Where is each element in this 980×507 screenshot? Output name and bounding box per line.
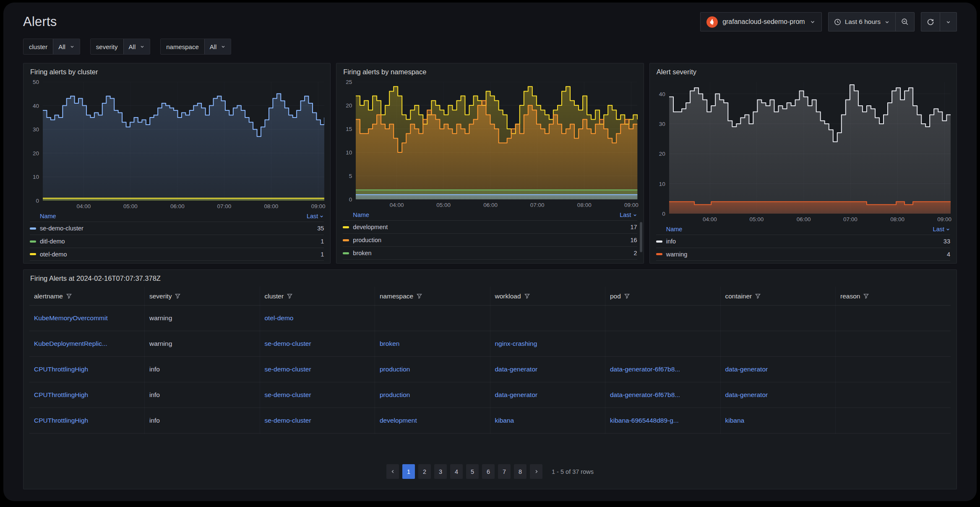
severity-cell: warning xyxy=(145,306,260,331)
panel-title[interactable]: Firing alerts by cluster xyxy=(23,63,330,76)
page-button-4[interactable]: 4 xyxy=(450,464,463,479)
filter-cluster-select[interactable]: All xyxy=(53,39,80,54)
namespace-link[interactable]: development xyxy=(380,417,417,424)
alertname-link[interactable]: CPUThrottlingHigh xyxy=(34,366,88,373)
refresh-button[interactable] xyxy=(921,13,940,31)
legend-last-sort[interactable]: Last xyxy=(933,226,950,233)
filter-icon[interactable] xyxy=(175,293,181,299)
refresh-icon xyxy=(927,18,934,26)
legend-item[interactable]: se-demo-cluster 35 xyxy=(30,222,324,235)
legend-item[interactable]: ditl-demo 1 xyxy=(30,235,324,248)
alertname-link[interactable]: CPUThrottlingHigh xyxy=(34,417,88,424)
pagination-summary: 1 - 5 of 37 rows xyxy=(552,468,594,475)
namespace-link[interactable]: broken xyxy=(380,340,399,347)
column-header-workload[interactable]: workload xyxy=(490,287,605,306)
filter-icon[interactable] xyxy=(755,293,761,299)
container-link[interactable]: data-generator xyxy=(725,391,768,398)
chart-plot-area[interactable] xyxy=(43,82,324,201)
alertname-link[interactable]: CPUThrottlingHigh xyxy=(34,391,88,398)
time-controls-group: Last 6 hours xyxy=(828,12,915,31)
previous-page-button[interactable] xyxy=(386,464,399,479)
time-range-picker[interactable]: Last 6 hours xyxy=(829,13,895,31)
pod-link[interactable]: kibana-6965448d89-g... xyxy=(610,417,679,424)
legend-name-header[interactable]: Name xyxy=(666,226,683,233)
column-header-reason[interactable]: reason xyxy=(836,287,951,306)
series-label: ditl-demo xyxy=(40,238,65,245)
legend-last-sort[interactable]: Last xyxy=(620,212,637,218)
page-button-3[interactable]: 3 xyxy=(434,464,447,479)
cluster-link[interactable]: se-demo-cluster xyxy=(265,417,311,424)
filter-namespace-select[interactable]: All xyxy=(204,39,231,54)
legend-item[interactable]: development 17 xyxy=(343,220,637,233)
table-row: CPUThrottlingHigh info se-demo-cluster p… xyxy=(29,357,951,382)
container-link[interactable]: kibana xyxy=(725,417,745,424)
alerts-table: alertname severity cluster namespace wor… xyxy=(29,287,951,434)
page-button-8[interactable]: 8 xyxy=(514,464,526,479)
workload-link[interactable]: nginx-crashing xyxy=(495,340,537,347)
legend-name-header[interactable]: Name xyxy=(40,213,56,220)
legend-scrollbar[interactable] xyxy=(640,222,642,252)
filter-icon[interactable] xyxy=(524,293,530,299)
datasource-picker[interactable]: grafanacloud-sedemo-prom xyxy=(700,12,822,31)
cluster-link[interactable]: otel-demo xyxy=(265,314,294,321)
filter-icon[interactable] xyxy=(863,293,869,299)
legend-item[interactable]: warning 4 xyxy=(656,248,950,261)
column-header-cluster[interactable]: cluster xyxy=(260,287,375,306)
pod-link[interactable]: data-generator-6f67b8... xyxy=(610,366,680,373)
column-header-container[interactable]: container xyxy=(720,287,836,306)
legend-last-sort[interactable]: Last xyxy=(307,213,324,220)
legend-item[interactable]: otel-demo 1 xyxy=(30,248,324,261)
toolbar: grafanacloud-sedemo-prom Last 6 hours xyxy=(700,12,957,31)
page-button-5[interactable]: 5 xyxy=(466,464,479,479)
filter-severity: severity All xyxy=(90,39,150,55)
panel-title[interactable]: Firing alerts by namespace xyxy=(336,63,643,76)
alertname-link[interactable]: KubeMemoryOvercommit xyxy=(34,314,108,321)
column-header-severity[interactable]: severity xyxy=(145,287,260,306)
container-link[interactable]: data-generator xyxy=(725,366,768,373)
chart-plot-area[interactable] xyxy=(356,82,637,199)
panel-title[interactable]: Alert severity xyxy=(650,63,957,76)
page-button-1[interactable]: 1 xyxy=(402,464,415,479)
column-header-alertname[interactable]: alertname xyxy=(29,287,145,306)
cluster-link[interactable]: se-demo-cluster xyxy=(265,366,311,373)
cluster-link[interactable]: se-demo-cluster xyxy=(265,340,311,347)
reason-cell xyxy=(836,408,951,434)
page-button-7[interactable]: 7 xyxy=(498,464,511,479)
namespace-link[interactable]: production xyxy=(380,391,410,398)
filter-icon[interactable] xyxy=(66,293,72,299)
workload-link[interactable]: kibana xyxy=(495,417,514,424)
legend-item[interactable]: production 16 xyxy=(343,233,637,246)
severity-cell: info xyxy=(145,357,260,382)
workload-link[interactable]: data-generator xyxy=(495,366,538,373)
page-button-2[interactable]: 2 xyxy=(418,464,431,479)
zoom-out-button[interactable] xyxy=(895,13,914,31)
legend-item[interactable]: broken 2 xyxy=(343,246,637,259)
refresh-interval-dropdown[interactable] xyxy=(940,13,957,31)
next-page-button[interactable] xyxy=(530,464,542,479)
series-last-value: 1 xyxy=(634,263,637,263)
chevron-down-icon xyxy=(810,19,816,25)
alertname-link[interactable]: KubeDeploymentReplic... xyxy=(34,340,107,347)
chart-plot-area[interactable] xyxy=(669,82,951,214)
workload-link[interactable]: data-generator xyxy=(495,391,538,398)
panel-firing-alerts-by-namespace: Firing alerts by namespace 0510152025 04… xyxy=(336,63,644,264)
page-button-6[interactable]: 6 xyxy=(482,464,495,479)
severity-cell: warning xyxy=(145,331,260,357)
pod-link[interactable]: data-generator-6f67b8... xyxy=(610,391,680,398)
series-swatch xyxy=(30,240,36,243)
legend-name-header[interactable]: Name xyxy=(353,212,369,218)
chevron-left-icon xyxy=(390,469,396,474)
cluster-link[interactable]: se-demo-cluster xyxy=(265,391,311,398)
legend-item[interactable]: ditl-demo-prod 1 xyxy=(343,259,637,263)
filter-severity-select[interactable]: All xyxy=(123,39,150,54)
column-header-pod[interactable]: pod xyxy=(605,287,721,306)
namespace-link[interactable]: production xyxy=(380,366,410,373)
filter-icon[interactable] xyxy=(416,293,422,299)
severity-cell: info xyxy=(145,408,260,434)
panel-title[interactable]: Firing Alerts at 2024-02-16T07:07:37.378… xyxy=(23,270,957,282)
table-header-row: alertname severity cluster namespace wor… xyxy=(29,287,951,306)
filter-icon[interactable] xyxy=(624,293,630,299)
filter-icon[interactable] xyxy=(287,293,293,299)
column-header-namespace[interactable]: namespace xyxy=(375,287,490,306)
legend-item[interactable]: info 33 xyxy=(656,235,950,248)
